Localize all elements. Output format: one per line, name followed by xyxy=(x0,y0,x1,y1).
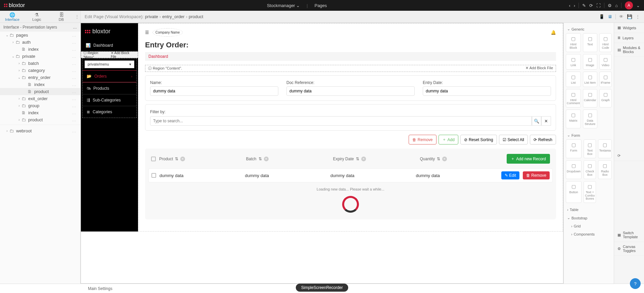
input-search[interactable] xyxy=(150,116,532,126)
remove-row-button[interactable]: 🗑 Remove xyxy=(523,171,550,179)
more-icon[interactable]: ⋮ xyxy=(636,14,640,19)
widget-item[interactable]: ▢Dropdown xyxy=(566,160,582,179)
hamburger-icon[interactable]: ☰ xyxy=(145,30,149,35)
nav-back-icon[interactable]: ‹ xyxy=(569,3,570,8)
rail-switch-template[interactable]: ▦Switch Template xyxy=(614,228,644,242)
rail-widgets[interactable]: ▦Widgets xyxy=(614,23,644,33)
sort-icon[interactable]: ⇅ xyxy=(175,157,178,161)
tree-exit-order[interactable]: ›🗀exit_order… xyxy=(0,95,80,102)
tab-db[interactable]: 🗄DB xyxy=(49,11,74,23)
tree-category[interactable]: ›🗀category… xyxy=(0,67,80,74)
tab-logic[interactable]: ⚗Logic xyxy=(25,11,49,23)
widget-item[interactable]: ▢Text xyxy=(583,33,597,52)
sort-icon[interactable]: ⇅ xyxy=(437,157,440,161)
nav-pages[interactable]: Pages xyxy=(315,3,327,8)
col-expiry[interactable]: Expiry Date⇅✕ xyxy=(333,157,417,161)
add-button[interactable]: ＋Add xyxy=(439,135,458,144)
bottom-main-settings[interactable]: Main Settings xyxy=(88,286,112,291)
menu-subcategories[interactable]: ⇶Sub-Categories xyxy=(83,94,136,106)
magic-icon[interactable]: ✎ xyxy=(582,3,586,8)
user-avatar[interactable]: A xyxy=(625,1,633,9)
section-generic[interactable]: ⌄Generic xyxy=(566,25,612,33)
tree-entry-order-product[interactable]: 🗎product… xyxy=(0,88,80,95)
widget-item[interactable]: ▢Radio Box xyxy=(598,160,612,179)
widget-item[interactable]: ▢Html Block xyxy=(566,33,581,52)
tree-private[interactable]: ⌄🗀private… xyxy=(0,53,80,60)
add-block-file-button-2[interactable]: ✕ Add Block File xyxy=(525,66,553,71)
add-record-button[interactable]: ＋Add new Record xyxy=(507,154,550,164)
input-date[interactable] xyxy=(423,86,551,96)
rail-canvas-toggles[interactable]: ⚙Canvas Toggles xyxy=(614,242,644,256)
tree-pages[interactable]: ⌄🗀pages… xyxy=(0,32,80,39)
widget-item[interactable]: ▢Video xyxy=(599,54,612,70)
input-name[interactable] xyxy=(150,86,278,96)
section-form[interactable]: ⌄Form xyxy=(566,131,612,139)
preview-icon[interactable]: 👁 xyxy=(619,14,624,19)
widget-item[interactable]: ▢Html Code xyxy=(599,33,612,52)
widget-item[interactable]: ▢Check Box xyxy=(584,160,596,179)
widget-item[interactable]: ▢Textarea xyxy=(598,139,612,158)
refresh-icon[interactable]: ⟳ xyxy=(589,3,593,8)
clear-col-icon[interactable]: ✕ xyxy=(180,157,185,161)
device-desktop-icon[interactable]: 🖥 xyxy=(608,14,612,19)
fullscreen-icon[interactable]: ⛶ xyxy=(596,3,601,8)
widget-item[interactable]: ▢Form xyxy=(566,139,582,158)
tree-webroot[interactable]: ›🗀webroot… xyxy=(0,127,80,134)
search-button[interactable]: 🔍 xyxy=(532,116,542,126)
widget-item[interactable]: ▢IFrame xyxy=(599,72,612,87)
col-batch[interactable]: Batch⇅✕ xyxy=(246,157,330,161)
clear-col-icon[interactable]: ✕ xyxy=(361,157,366,161)
input-doc[interactable] xyxy=(286,86,415,96)
tabs-more-icon[interactable]: ⋮ xyxy=(74,14,80,19)
widget-item[interactable]: ▢Matrix xyxy=(566,110,581,128)
clear-col-icon[interactable]: ✕ xyxy=(264,157,269,161)
help-fab[interactable]: ? xyxy=(630,278,641,289)
widget-item[interactable]: ▢Calendar xyxy=(583,89,597,108)
col-qty[interactable]: Quantity⇅✕ xyxy=(420,157,503,161)
widget-item[interactable]: ▢Data Struture xyxy=(583,110,597,128)
widget-item[interactable]: ▢Text + Combo Boxes xyxy=(584,181,596,203)
widget-item[interactable]: ▢Button xyxy=(566,181,582,203)
crumb-entry-order[interactable]: entry_order xyxy=(162,14,184,19)
device-mobile-icon[interactable]: 📱 xyxy=(599,14,604,19)
canvas-stage[interactable]: bloxtor 📊Dashboard ⓘ Region "Menu". ✕ Ad… xyxy=(81,23,563,284)
sort-icon[interactable]: ⇅ xyxy=(356,157,359,161)
widget-item[interactable]: ▢Image xyxy=(583,54,597,70)
widget-item[interactable]: ▢List xyxy=(566,72,581,87)
page-breadcrumb[interactable]: Dashboard xyxy=(145,52,556,61)
select-all-button[interactable]: ☑Select All xyxy=(499,135,528,144)
screen-recorder-pill[interactable]: SimpleScreenRecorder xyxy=(296,284,348,292)
clear-col-icon[interactable]: ✕ xyxy=(442,157,447,161)
refresh-button[interactable]: ⟳Refresh xyxy=(530,135,556,144)
tree-auth-index[interactable]: 🗎index… xyxy=(0,46,80,53)
gear-icon[interactable]: ⚙ xyxy=(608,3,612,8)
crumb-private[interactable]: private xyxy=(145,14,158,19)
section-grid[interactable]: ›Grid xyxy=(566,222,612,230)
crumb-product[interactable]: product xyxy=(189,14,203,19)
select-all-checkbox[interactable] xyxy=(151,157,156,161)
widget-item[interactable]: ▢Text Box xyxy=(584,139,596,158)
reset-sorting-button[interactable]: ⊘Reset Sorting xyxy=(460,135,497,144)
panel-more-icon[interactable]: … xyxy=(73,25,77,30)
tree-group[interactable]: ›🗀group… xyxy=(0,102,80,109)
widget-item[interactable]: ▢List Item xyxy=(583,72,597,87)
tree-entry-order-index[interactable]: 🗎index… xyxy=(0,81,80,88)
tree-auth[interactable]: ›🗀auth… xyxy=(0,39,80,46)
widget-item[interactable]: ▢Graph xyxy=(599,89,612,108)
tree-entry-order[interactable]: ⌄🗀entry_order… xyxy=(0,74,80,81)
menu-categories[interactable]: ≣Categories xyxy=(83,106,136,118)
nav-dashboard[interactable]: 📊Dashboard xyxy=(81,40,138,51)
section-bootstrap[interactable]: ⌄Bootstrap xyxy=(566,214,612,222)
rail-layers[interactable]: ≣Layers xyxy=(614,33,644,43)
home-icon[interactable]: ⌂ xyxy=(615,3,618,8)
nav-forward-icon[interactable]: › xyxy=(574,3,575,8)
widget-item[interactable]: ▢Html Comment xyxy=(566,89,581,108)
sort-icon[interactable]: ⇅ xyxy=(259,157,262,161)
widget-item[interactable]: ▢Link xyxy=(566,54,581,70)
save-icon[interactable]: 💾 xyxy=(627,14,632,19)
edit-row-button[interactable]: ✎ Edit xyxy=(501,171,519,179)
add-block-file-button[interactable]: ✕ Add Block File xyxy=(111,51,136,58)
menu-products[interactable]: 🛍Products xyxy=(83,82,136,94)
chevron-down-icon[interactable]: ⌄ xyxy=(636,3,640,8)
rail-modules[interactable]: ▤Modules & Blocks xyxy=(614,43,644,57)
